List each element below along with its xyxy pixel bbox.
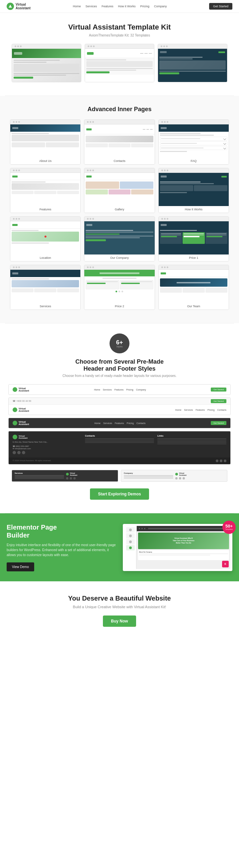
nav-how-it-works[interactable]: How it Works xyxy=(118,5,136,8)
template-card-3[interactable] xyxy=(158,44,228,82)
card-header-price2 xyxy=(84,265,154,270)
inner-page-location[interactable]: Location xyxy=(10,216,81,261)
inner-page-features[interactable]: Features xyxy=(10,168,81,213)
inner-page-our-team[interactable]: Our Team xyxy=(158,265,229,310)
view-demo-button[interactable]: View Demo xyxy=(7,562,34,571)
fv2-social-2 xyxy=(179,477,181,479)
inner-page-gallery[interactable]: Gallery xyxy=(84,168,155,213)
dot-5 xyxy=(90,45,92,47)
styles-badge: 6+ Styles xyxy=(110,334,129,353)
location-logo xyxy=(12,224,18,226)
team-content xyxy=(159,277,229,294)
footer-col-2-line-3 xyxy=(85,441,154,442)
header-1-btn[interactable]: Get Started xyxy=(211,388,227,392)
co-sub xyxy=(86,231,153,232)
nav-home[interactable]: Home xyxy=(73,5,81,8)
inner-page-how-it-works[interactable]: How It Works xyxy=(158,168,229,213)
hiw-img-1 xyxy=(160,185,193,191)
start-exploring-button[interactable]: Start Exploring Demos xyxy=(90,488,149,500)
hiw-header xyxy=(159,173,229,180)
inner-page-contacts[interactable]: Contacts xyxy=(84,119,155,164)
e-sidebar-item-1 xyxy=(126,527,135,532)
h2-nav-3: Features xyxy=(196,409,205,411)
dot-h3 xyxy=(167,169,168,171)
nav-item-2 xyxy=(144,53,148,54)
elementor-badge: 50+ Templates xyxy=(222,521,236,534)
header-2-btn[interactable]: Get Started xyxy=(211,399,227,403)
template-card-2[interactable] xyxy=(85,44,154,82)
pc2-line-2 xyxy=(184,235,204,235)
template-card-1[interactable] xyxy=(11,44,81,82)
inner-page-services[interactable]: Services xyxy=(10,265,81,310)
gallery-thumb xyxy=(84,173,154,206)
topbar-url-bar xyxy=(148,528,228,529)
hf-section-subtitle: Choose from a handy set of ready-made he… xyxy=(5,374,234,378)
dot-6 xyxy=(93,45,95,47)
dot-p2b xyxy=(90,267,91,268)
header-3-logo-text: VirtualAssistant xyxy=(19,421,29,425)
content-line-2 xyxy=(13,62,47,63)
e-icon-2 xyxy=(129,534,132,537)
header-1-logo-text: VirtualAssistant xyxy=(19,387,29,392)
hero-subtitle: AxiomThemesTemplate Kit: 32 Templates xyxy=(7,33,232,37)
team-member-3 xyxy=(206,288,228,293)
company-header xyxy=(84,221,154,228)
dot-a1 xyxy=(13,121,14,123)
nav-pricing[interactable]: Pricing xyxy=(140,5,149,8)
inner-page-our-company[interactable]: Our Company xyxy=(84,216,155,261)
bottom-cta-subtitle: Build a Unique Creative Website with Vir… xyxy=(7,605,232,609)
pc1-line-1 xyxy=(161,233,181,234)
dot-f3 xyxy=(167,121,168,123)
nav-services[interactable]: Services xyxy=(86,5,97,8)
contacts-content xyxy=(84,134,154,149)
h3-nav-5: Contacts xyxy=(137,422,146,424)
social-icon-1 xyxy=(12,451,16,454)
team-label: Our Team xyxy=(159,303,229,310)
contact-icon-2 xyxy=(109,143,130,147)
c2-line-1 xyxy=(86,59,126,60)
header-footer-previews: VirtualAssistant Home Services Features … xyxy=(5,384,234,482)
h1-nav-1: Home xyxy=(94,389,100,391)
h2-nav-5: Contacts xyxy=(217,409,227,411)
get-started-button[interactable]: Get Started xyxy=(209,3,232,10)
fv2-logo-icon xyxy=(175,473,178,475)
card-header-team xyxy=(159,265,229,270)
main-template-grid xyxy=(7,44,232,89)
inner-page-about-us[interactable]: About Us xyxy=(10,119,81,164)
bottom-cta-section: You Deserve a Beautiful Website Build a … xyxy=(0,581,239,640)
header-2-logo: VirtualAssistant xyxy=(12,407,29,412)
nav-features[interactable]: Features xyxy=(101,5,114,8)
footer-1-logo-icon xyxy=(12,435,17,439)
buy-now-button[interactable]: Buy Now xyxy=(103,616,136,627)
footer-two-col: Services VirtualAssistant xyxy=(8,470,231,482)
inner-page-price2[interactable]: Price 2 xyxy=(84,265,155,310)
gallery-img-5 xyxy=(131,189,153,194)
inner-page-faq[interactable]: FAQ xyxy=(158,119,229,164)
c3-line-1 xyxy=(159,57,203,58)
location-label: Location xyxy=(10,254,80,261)
elementor-content-area: Virtual Assistant Who'llTake Care of You… xyxy=(137,531,230,561)
price2-card-1 xyxy=(86,280,119,289)
services-label: Services xyxy=(10,303,80,310)
card-header-hiw xyxy=(159,168,229,173)
logo[interactable]: VirtualAssistant xyxy=(7,3,31,10)
card-thumb-3 xyxy=(158,49,227,82)
price2-banner-text xyxy=(99,272,140,274)
hiw-sub xyxy=(160,183,214,184)
header-3-logo: VirtualAssistant xyxy=(12,421,29,425)
header-1-logo-icon xyxy=(12,387,17,392)
dot-1 xyxy=(14,45,16,47)
dot-7 xyxy=(161,45,162,47)
dot-g3 xyxy=(92,169,94,171)
elementor-screen: Virtual Assistant Who'llTake Care of You… xyxy=(123,524,232,571)
header-3-btn[interactable]: Get Started xyxy=(211,421,227,425)
pc2-btn xyxy=(184,236,200,237)
footer-1-cols: VirtualAssistant In this city, Street Na… xyxy=(9,431,230,458)
faq-item-2 xyxy=(160,141,228,145)
dot-l2 xyxy=(16,218,17,220)
inner-page-price1[interactable]: Price 1 xyxy=(158,216,229,261)
p2c2-btn xyxy=(121,283,140,284)
sv-1 xyxy=(11,288,33,292)
nav-company[interactable]: Company xyxy=(154,5,167,8)
contacts-nav xyxy=(143,129,153,130)
